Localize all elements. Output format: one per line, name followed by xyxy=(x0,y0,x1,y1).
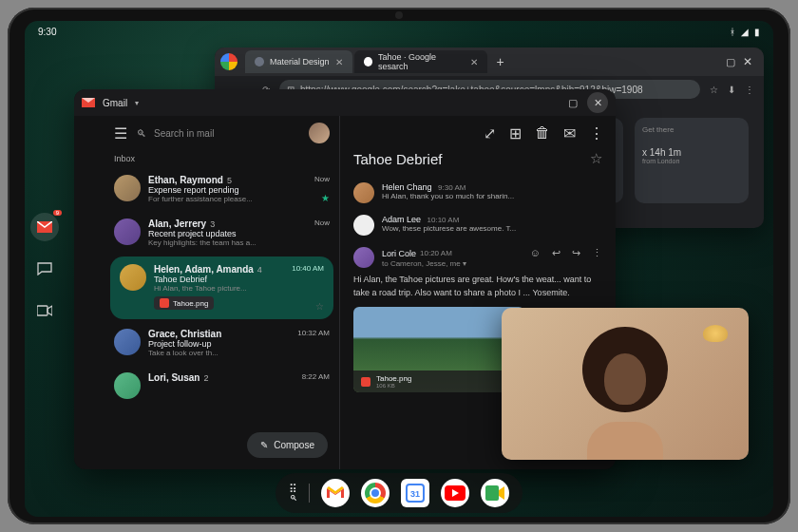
tab-label: Tahoe · Google sesarch xyxy=(378,52,464,71)
email-time: 8:22 AM xyxy=(302,372,330,381)
msg-preview: Wow, these picturese are awesome. T... xyxy=(382,224,516,233)
msg-time: 9:30 AM xyxy=(438,183,466,192)
email-list-pane: ☰ 🔍︎ Search in mail Inbox Ethan, Raymond… xyxy=(104,116,340,469)
app-grid-icon[interactable]: ⠿🔍︎ xyxy=(289,484,297,503)
g-icon xyxy=(364,57,373,66)
search-input[interactable]: 🔍︎ Search in mail xyxy=(137,128,299,139)
msg-body: Hi Alan, the Tahoe pictures are great. H… xyxy=(340,274,616,299)
email-preview: Take a look over th... xyxy=(148,349,330,357)
new-tab-button[interactable]: + xyxy=(489,54,512,69)
email-time: Now xyxy=(314,175,330,183)
forward-icon[interactable]: ↪ xyxy=(572,247,580,259)
video-rail-icon[interactable] xyxy=(30,296,59,325)
close-button[interactable]: ✕ xyxy=(587,92,608,113)
maximize-icon[interactable]: ▢ xyxy=(726,56,735,68)
tab-tahoe-search[interactable]: Tahoe · Google sesarch ✕ xyxy=(354,50,487,73)
taskbar-calendar[interactable]: 31 xyxy=(401,479,429,507)
chevron-down-icon[interactable]: ▾ xyxy=(135,99,139,107)
compose-label: Compose xyxy=(274,440,314,450)
divider xyxy=(309,484,310,503)
msg-to: to Cameron, Jesse, me xyxy=(382,259,461,268)
badge: 9 xyxy=(53,210,62,216)
avatar xyxy=(353,182,374,203)
email-item-active[interactable]: Helen, Adam, Amanda 4 Tahoe Debrief Hi A… xyxy=(110,256,333,319)
email-item[interactable]: Ethan, Raymond 5 Expense report pending … xyxy=(104,167,339,211)
archive-icon[interactable]: ⊞ xyxy=(509,124,522,142)
email-item[interactable]: Grace, Christian Project follow-up Take … xyxy=(104,321,339,365)
download-icon[interactable]: ⬇ xyxy=(728,85,735,95)
menu-icon[interactable]: ☰ xyxy=(114,124,127,142)
svg-text:31: 31 xyxy=(410,489,420,499)
expand-icon[interactable]: ⤢ xyxy=(484,124,496,142)
avatar xyxy=(114,372,141,399)
duration: x 14h 1m xyxy=(642,147,741,158)
pip-video-call[interactable] xyxy=(502,308,749,460)
email-time: 10:40 AM xyxy=(292,264,324,273)
attachment-chip[interactable]: Tahoe.png xyxy=(154,296,214,310)
attachment-size: 106 KB xyxy=(376,383,411,389)
inbox-label: Inbox xyxy=(104,150,339,167)
desktop-left-rail: 9 xyxy=(30,213,59,325)
pencil-icon: ✎ xyxy=(260,440,268,450)
search-icon: 🔍︎ xyxy=(137,128,146,139)
detail-toolbar: ⤢ ⊞ 🗑 ✉ ⋮ xyxy=(340,116,616,150)
close-icon[interactable]: ✕ xyxy=(743,55,752,68)
lamp-decoration xyxy=(703,325,728,342)
star-icon[interactable]: ★ xyxy=(321,193,330,203)
tablet-frame: 9:30 ᚼ ◢ ▮ Material Design ✕ Tahoe · Goo… xyxy=(8,8,790,524)
emoji-icon[interactable]: ☺ xyxy=(530,247,541,259)
maximize-button[interactable]: ▢ xyxy=(562,92,583,113)
image-attachment[interactable]: Tahoe.png 106 KB ✕ xyxy=(353,307,524,392)
star-icon[interactable]: ☆ xyxy=(315,301,324,312)
star-icon[interactable]: ☆ xyxy=(590,150,602,167)
compose-button[interactable]: ✎ Compose xyxy=(247,432,328,458)
msg-from: Lori Cole xyxy=(382,249,416,258)
directions-card[interactable]: Get there x 14h 1m from London xyxy=(635,118,749,203)
avatar xyxy=(114,175,141,201)
thread-message[interactable]: Helen Chang 9:30 AM Hi Alan, thank you s… xyxy=(340,177,616,209)
close-icon[interactable]: ✕ xyxy=(335,57,343,67)
delete-icon[interactable]: 🗑 xyxy=(535,124,550,142)
taskbar-meet[interactable] xyxy=(481,479,509,507)
email-time: Now xyxy=(314,218,330,227)
email-subject: Tahoe Debrief xyxy=(154,275,324,284)
email-subject: Project follow-up xyxy=(148,339,330,349)
more-icon[interactable]: ⋮ xyxy=(592,247,602,259)
email-preview: For further assistance please... xyxy=(148,195,330,203)
avatar[interactable] xyxy=(309,123,330,143)
msg-preview: Hi Alan, thank you so much for sharin... xyxy=(382,192,514,200)
email-preview: Hi Alan, the Tahoe picture... xyxy=(154,284,324,293)
camera-notch xyxy=(395,11,403,19)
chevron-down-icon[interactable]: ▾ xyxy=(463,259,466,268)
email-item[interactable]: Lori, Susan 2 8:22 AM xyxy=(104,365,339,407)
star-icon[interactable]: ☆ xyxy=(710,85,718,95)
image-icon xyxy=(160,298,169,308)
taskbar-youtube[interactable] xyxy=(441,479,469,507)
clock: 9:30 xyxy=(38,27,56,37)
mark-unread-icon[interactable]: ✉ xyxy=(563,124,576,142)
m-icon xyxy=(255,57,264,66)
search-placeholder: Search in mail xyxy=(154,128,214,139)
tab-material-design[interactable]: Material Design ✕ xyxy=(245,50,352,73)
gmail-titlebar[interactable]: Gmail ▾ ▢ ✕ xyxy=(74,89,616,116)
avatar xyxy=(114,218,141,245)
email-preview: Key highlights: the team has a... xyxy=(148,238,330,247)
mail-rail-icon[interactable]: 9 xyxy=(30,213,59,241)
attachment-name: Tahoe.png xyxy=(376,374,411,383)
reply-icon[interactable]: ↩ xyxy=(552,247,560,259)
more-icon[interactable]: ⋮ xyxy=(589,124,604,142)
email-subject: Expense report pending xyxy=(148,185,330,195)
thread-message[interactable]: Adam Lee 10:10 AM Wow, these picturese a… xyxy=(340,209,616,241)
svg-rect-0 xyxy=(37,306,48,315)
status-icons: ᚼ ◢ ▮ xyxy=(730,27,760,37)
taskbar-gmail[interactable] xyxy=(321,479,350,507)
email-subject: Recent project updates xyxy=(148,229,330,238)
email-item[interactable]: Alan, Jerrery 3 Recent project updates K… xyxy=(104,211,339,255)
chat-rail-icon[interactable] xyxy=(30,255,59,283)
taskbar-chrome[interactable] xyxy=(361,479,390,507)
thread-message-expanded[interactable]: Lori Cole 10:20 AM ☺ ↩ ↪ ⋮ to Cameron, J… xyxy=(340,241,616,274)
battery-icon: ▮ xyxy=(754,27,760,37)
menu-icon[interactable]: ⋮ xyxy=(745,85,754,95)
close-icon[interactable]: ✕ xyxy=(470,57,478,67)
msg-time: 10:20 AM xyxy=(420,249,452,257)
